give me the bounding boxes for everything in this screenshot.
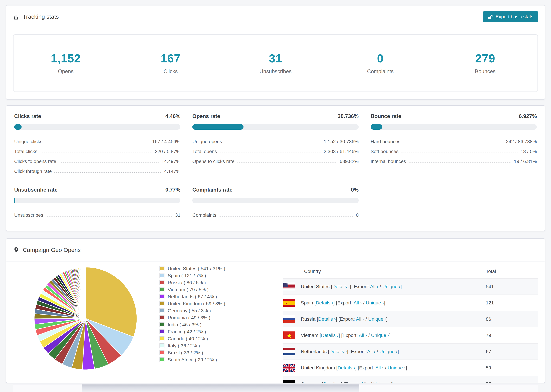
legend-label: France ( 42 / 2% ): [168, 329, 206, 335]
details-link[interactable]: Details ›: [318, 316, 336, 322]
table-row-us: United States [Details ›] [Export: All ›…: [283, 279, 538, 295]
legend-label: Canada ( 40 / 2% ): [168, 336, 208, 342]
country-cell: Netherlands [Details ›] [Export: All › /…: [283, 343, 486, 359]
geo-opens-header: Campaign Geo Opens: [6, 239, 545, 261]
export-all-link[interactable]: All ›: [370, 284, 378, 289]
country-total: 121: [486, 295, 538, 311]
rate-detail-value: 31: [175, 212, 180, 219]
legend-item-romania[interactable]: Romania ( 49 / 3% ): [160, 314, 247, 321]
export-unique-link[interactable]: Unique ›: [379, 349, 397, 354]
country-links: United States [Details ›] [Export: All ›…: [301, 284, 402, 289]
rate-unsubscribe-rate: Unsubscribe rate0.77%Unsubscribes31: [14, 187, 180, 219]
geo-table-wrap: Country Total United States [Details ›] …: [283, 265, 538, 383]
legend-item-canada[interactable]: Canada ( 40 / 2% ): [160, 335, 247, 342]
rate-detail-row: Total opens2,303 / 61.446%: [192, 146, 359, 156]
rate-detail-value: 167 / 4.456%: [152, 139, 180, 146]
details-link[interactable]: Details ›: [338, 365, 355, 371]
rate-title: Bounce rate: [371, 113, 401, 119]
legend-item-india[interactable]: India ( 46 / 3% ): [160, 321, 247, 328]
rate-detail-label: Internal bounces: [371, 159, 406, 166]
horizontal-scrollbar-thumb[interactable]: [82, 385, 359, 392]
country-cell-td: United Kingdom [Details ›] [Export: All …: [283, 360, 486, 376]
legend-label: Netherlands ( 67 / 4% ): [168, 294, 217, 300]
export-basic-stats-button[interactable]: Export basic stats: [483, 11, 538, 22]
rate-detail-value: 689.82%: [340, 159, 359, 166]
legend-item-brazil[interactable]: Brazil ( 33 / 2% ): [160, 349, 247, 356]
export-all-link[interactable]: All ›: [375, 365, 384, 371]
legend-item-russia[interactable]: Russia ( 86 / 5% ): [160, 279, 247, 286]
details-link[interactable]: Details ›: [316, 300, 333, 305]
country-cell-td: Germany [Details ›] [Export: All › / Uni…: [283, 376, 486, 383]
legend-item-netherlands[interactable]: Netherlands ( 67 / 4% ): [160, 293, 247, 300]
pie-slice-other-67[interactable]: [85, 267, 85, 318]
details-link[interactable]: Details ›: [321, 333, 339, 338]
export-unique-link[interactable]: Unique ›: [368, 316, 386, 322]
slash: /: [364, 316, 368, 322]
legend-item-italy[interactable]: Italy ( 36 / 2% ): [160, 342, 247, 349]
dotted-leader: [409, 162, 511, 163]
table-row-nl: Netherlands [Details ›] [Export: All › /…: [283, 343, 538, 360]
country-name: Russia: [301, 316, 317, 322]
progress-bar-fill: [14, 198, 15, 203]
rate-detail-row: Unique opens1,152 / 30.736%: [192, 136, 359, 146]
rate-value: 6.927%: [519, 113, 537, 119]
legend-label: United States ( 541 / 31% ): [168, 266, 225, 271]
rate-bounce-rate: Bounce rate6.927%Hard bounces242 / 86.73…: [371, 113, 537, 175]
details-link[interactable]: Details ›: [329, 349, 347, 354]
geo-table-header-row: Country Total: [283, 265, 538, 279]
slash: /: [362, 300, 366, 305]
rate-detail-value: 220 / 5.87%: [155, 149, 180, 156]
dotted-leader: [219, 216, 353, 217]
rate-detail-label: Hard bounces: [371, 139, 400, 146]
export-unique-link[interactable]: Unique ›: [388, 365, 406, 371]
legend-item-south-africa[interactable]: South Africa ( 29 / 2% ): [160, 356, 247, 363]
rate-header: Bounce rate6.927%: [371, 113, 537, 119]
progress-bar-fill: [14, 124, 21, 130]
dotted-leader: [401, 153, 518, 153]
rate-detail-row: Internal bounces19 / 6.81%: [371, 156, 537, 166]
rate-detail-value: 1,152 / 30.736%: [324, 139, 359, 146]
details-link[interactable]: Details ›: [323, 381, 341, 383]
rate-detail-label: Unique opens: [192, 139, 222, 146]
legend-swatch: [160, 273, 164, 278]
progress-bar-track: [14, 124, 180, 130]
export-all-link[interactable]: All ›: [361, 381, 369, 383]
export-unique-link[interactable]: Unique ›: [382, 284, 400, 289]
legend-label: Brazil ( 33 / 2% ): [168, 350, 203, 356]
legend-item-spain[interactable]: Spain ( 121 / 7% ): [160, 272, 247, 279]
export-all-link[interactable]: All ›: [367, 349, 375, 354]
bracket: ] [Export:: [341, 381, 361, 383]
export-unique-link[interactable]: Unique ›: [366, 300, 384, 305]
legend-swatch: [160, 287, 164, 292]
legend-swatch: [160, 357, 164, 362]
country-cell: Vietnam [Details ›] [Export: All › / Uni…: [283, 327, 486, 343]
country-cell: United States [Details ›] [Export: All ›…: [283, 279, 486, 294]
export-all-link[interactable]: All ›: [356, 316, 364, 322]
bracket: ] [Export:: [336, 316, 356, 322]
details-link[interactable]: Details ›: [332, 284, 350, 289]
legend-swatch: [160, 301, 164, 306]
dotted-leader: [54, 172, 161, 173]
country-cell: Spain [Details ›] [Export: All › / Uniqu…: [283, 295, 486, 311]
legend-swatch: [160, 294, 164, 299]
legend-item-france[interactable]: France ( 42 / 2% ): [160, 328, 247, 335]
country-total: 541: [486, 279, 538, 295]
table-row-de: Germany [Details ›] [Export: All › / Uni…: [283, 376, 538, 383]
bracket: [: [328, 349, 329, 354]
legend-item-united-states[interactable]: United States ( 541 / 31% ): [160, 265, 247, 272]
stat-label: Unsubscribes: [259, 68, 292, 75]
export-all-link[interactable]: All ›: [359, 333, 367, 338]
bracket: ] [Export:: [339, 333, 359, 338]
bracket: ]: [397, 349, 399, 354]
bracket: [: [331, 284, 332, 289]
dotted-leader: [40, 153, 152, 153]
export-unique-link[interactable]: Unique ›: [373, 381, 391, 383]
bracket: [: [317, 316, 318, 322]
legend-item-vietnam[interactable]: Vietnam ( 79 / 5% ): [160, 286, 247, 293]
export-unique-link[interactable]: Unique ›: [371, 333, 389, 338]
legend-item-united-kingdom[interactable]: United Kingdom ( 59 / 3% ): [160, 300, 247, 307]
stat-value: 1,152: [51, 52, 81, 65]
stat-value: 167: [161, 52, 181, 65]
legend-item-germany[interactable]: Germany ( 55 / 3% ): [160, 307, 247, 314]
export-all-link[interactable]: All ›: [353, 300, 362, 305]
